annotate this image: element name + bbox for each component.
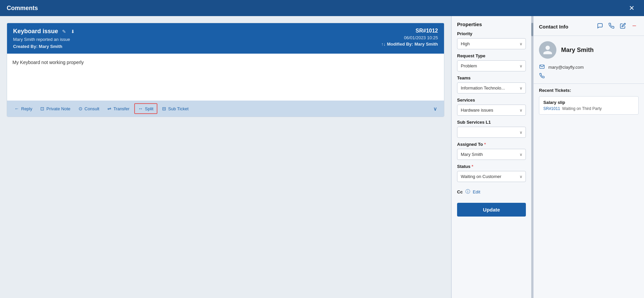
required-indicator: * bbox=[472, 164, 473, 169]
action-toolbar: ← Reply ⊡ Private Note ⊙ Consult ⇌ Trans… bbox=[7, 101, 444, 117]
teams-select-wrapper: Information Technolo... ∨ bbox=[457, 82, 526, 94]
private-note-button[interactable]: ⊡ Private Note bbox=[37, 104, 74, 113]
sub-services-select[interactable] bbox=[457, 127, 526, 138]
consult-icon: ⊙ bbox=[79, 106, 83, 111]
chat-icon-button[interactable] bbox=[596, 21, 604, 32]
ticket-card: Keyboard issue ✎ ⬇ Mary Smith reported a… bbox=[7, 23, 444, 117]
chevron-down-icon: ∨ bbox=[433, 106, 437, 112]
edit-ticket-button[interactable]: ✎ bbox=[61, 28, 67, 35]
sub-ticket-label: Sub Ticket bbox=[168, 106, 189, 111]
required-indicator: * bbox=[484, 142, 486, 147]
toolbar-more-button[interactable]: ∨ bbox=[431, 104, 440, 113]
edit-contact-button[interactable] bbox=[618, 21, 627, 32]
split-label: Split bbox=[145, 106, 153, 111]
assigned-to-label: Assigned To * bbox=[457, 142, 526, 147]
properties-panel-wrapper: Properties Priority High Medium Low ∨ Re… bbox=[451, 16, 533, 298]
teams-label: Teams bbox=[457, 75, 526, 80]
consult-label: Consult bbox=[85, 106, 99, 111]
request-type-label: Request Type bbox=[457, 53, 526, 58]
phone-icon bbox=[539, 73, 545, 79]
teams-section: Teams Information Technolo... ∨ bbox=[452, 75, 531, 98]
ticket-created-by: Created By: Mary Smith bbox=[13, 44, 76, 49]
phone-icon-button[interactable] bbox=[607, 21, 616, 32]
status-select[interactable]: Waiting on Customer Open Resolved bbox=[457, 171, 526, 182]
window-title: Comments bbox=[7, 5, 38, 12]
priority-label: Priority bbox=[457, 31, 526, 36]
update-button[interactable]: Update bbox=[457, 203, 526, 217]
scrollbar[interactable] bbox=[531, 16, 533, 298]
contact-avatar bbox=[539, 41, 556, 59]
reply-icon: ← bbox=[14, 106, 19, 111]
reply-button[interactable]: ← Reply bbox=[11, 104, 36, 113]
transfer-button[interactable]: ⇌ Transfer bbox=[104, 104, 133, 113]
created-by-label: Created By: bbox=[13, 44, 38, 49]
download-ticket-button[interactable]: ⬇ bbox=[70, 28, 76, 35]
services-label: Services bbox=[457, 98, 526, 103]
private-note-icon: ⊡ bbox=[40, 106, 44, 111]
scroll-thumb[interactable] bbox=[531, 23, 533, 36]
cc-row: Cc ⓘ Edit bbox=[452, 186, 531, 197]
ticket-title-row: Keyboard issue ✎ ⬇ bbox=[13, 28, 76, 35]
phone-row bbox=[539, 73, 639, 79]
teams-select[interactable]: Information Technolo... bbox=[457, 82, 526, 94]
cc-edit-button[interactable]: Edit bbox=[473, 189, 480, 194]
services-select-wrapper: Hardware issues Software issues ∨ bbox=[457, 105, 526, 116]
ticket-date: 06/01/2023 10:25 bbox=[381, 35, 438, 40]
modified-by-value: Mary Smith bbox=[414, 42, 438, 47]
modified-by-label: Modified By: bbox=[387, 42, 413, 47]
info-icon[interactable]: ⓘ bbox=[465, 189, 470, 195]
email-icon bbox=[539, 64, 545, 70]
transfer-label: Transfer bbox=[113, 106, 130, 111]
ticket-header-left: Keyboard issue ✎ ⬇ Mary Smith reported a… bbox=[13, 28, 76, 49]
contact-name: Mary Smith bbox=[561, 47, 594, 54]
left-panel: Keyboard issue ✎ ⬇ Mary Smith reported a… bbox=[0, 16, 451, 298]
assigned-to-section: Assigned To * Mary Smith ∨ bbox=[452, 142, 531, 164]
status-label: Status * bbox=[457, 164, 526, 169]
ticket-modified: ↑↓ Modified By: Mary Smith bbox=[381, 42, 438, 47]
ticket-header: Keyboard issue ✎ ⬇ Mary Smith reported a… bbox=[7, 23, 444, 54]
remove-contact-button[interactable] bbox=[630, 21, 639, 32]
request-type-section: Request Type Problem Question Incident ∨ bbox=[452, 53, 531, 75]
close-button[interactable]: ✕ bbox=[626, 3, 637, 13]
sort-icon: ↑↓ bbox=[381, 42, 386, 47]
priority-select-wrapper: High Medium Low ∨ bbox=[457, 38, 526, 49]
ticket-reporter: Mary Smith reported an issue bbox=[13, 37, 76, 42]
recent-ticket-meta: SR#1011 Waiting on Third Party bbox=[543, 106, 634, 111]
ticket-title: Keyboard issue bbox=[13, 28, 58, 35]
contact-info-header: Contact Info bbox=[534, 16, 644, 36]
contact-info-panel: Contact Info bbox=[533, 16, 644, 298]
properties-panel: Properties Priority High Medium Low ∨ Re… bbox=[451, 16, 531, 298]
services-section: Services Hardware issues Software issues… bbox=[452, 98, 531, 120]
recent-tickets-title: Recent Tickets: bbox=[539, 88, 639, 93]
assigned-to-select-wrapper: Mary Smith ∨ bbox=[457, 149, 526, 160]
contact-email: mary@clayfly.com bbox=[548, 65, 584, 70]
contact-action-buttons bbox=[596, 21, 639, 32]
properties-title: Properties bbox=[452, 21, 531, 31]
status-select-wrapper: Waiting on Customer Open Resolved ∨ bbox=[457, 171, 526, 182]
contact-info-title: Contact Info bbox=[539, 24, 568, 29]
assigned-to-select[interactable]: Mary Smith bbox=[457, 149, 526, 160]
split-icon: ↔ bbox=[138, 106, 143, 111]
request-type-select-wrapper: Problem Question Incident ∨ bbox=[457, 60, 526, 71]
priority-section: Priority High Medium Low ∨ bbox=[452, 31, 531, 53]
consult-button[interactable]: ⊙ Consult bbox=[75, 104, 103, 113]
reply-label: Reply bbox=[21, 106, 32, 111]
ticket-message: My Keyboard not working properly bbox=[12, 59, 439, 66]
recent-ticket-item: Salary slip SR#1011 Waiting on Third Par… bbox=[539, 96, 639, 115]
recent-ticket-name: Salary slip bbox=[543, 100, 634, 105]
recent-ticket-status: Waiting on Third Party bbox=[562, 106, 602, 111]
recent-tickets-section: Recent Tickets: Salary slip SR#1011 Wait… bbox=[534, 83, 644, 119]
request-type-select[interactable]: Problem Question Incident bbox=[457, 60, 526, 71]
priority-select[interactable]: High Medium Low bbox=[457, 38, 526, 49]
transfer-icon: ⇌ bbox=[107, 106, 111, 111]
private-note-label: Private Note bbox=[46, 106, 70, 111]
services-select[interactable]: Hardware issues Software issues bbox=[457, 105, 526, 116]
contact-card: Mary Smith bbox=[534, 36, 644, 64]
app-window: Comments ✕ Keyboard issue ✎ ⬇ Mary Smith… bbox=[0, 0, 644, 298]
sub-services-select-wrapper: ∨ bbox=[457, 127, 526, 138]
title-bar: Comments ✕ bbox=[0, 0, 644, 16]
ticket-header-right: SR#1012 06/01/2023 10:25 ↑↓ Modified By:… bbox=[381, 28, 438, 47]
sub-ticket-button[interactable]: ⊟ Sub Ticket bbox=[159, 104, 192, 113]
sub-ticket-icon: ⊟ bbox=[162, 106, 166, 111]
split-button[interactable]: ↔ Split bbox=[134, 103, 157, 114]
